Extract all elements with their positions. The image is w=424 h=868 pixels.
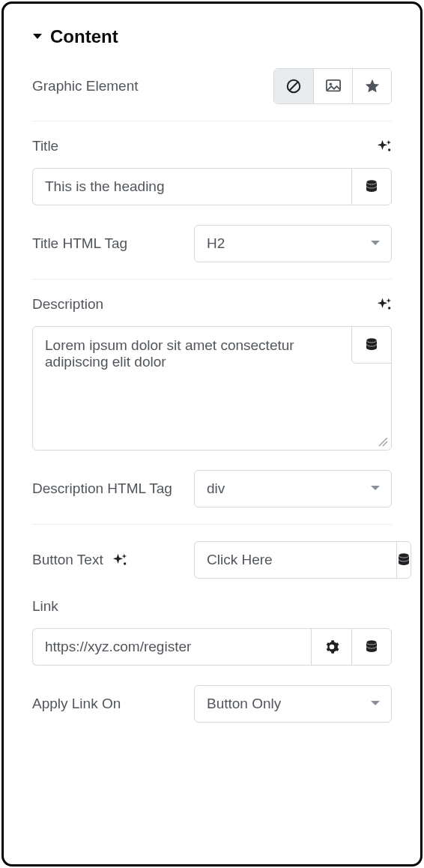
database-icon	[365, 179, 378, 194]
title-input-group	[32, 168, 392, 205]
section-title: Content	[50, 26, 118, 47]
title-row: Title	[4, 138, 420, 154]
sparkle-icon[interactable]	[377, 297, 392, 312]
description-row: Description	[4, 296, 420, 313]
link-label: Link	[32, 598, 58, 615]
database-icon	[365, 639, 378, 654]
title-html-tag-label: Title HTML Tag	[32, 235, 127, 252]
description-textarea[interactable]	[33, 327, 391, 447]
apply-link-on-label: Apply Link On	[32, 696, 121, 712]
image-icon	[325, 79, 342, 94]
link-dynamic-button[interactable]	[351, 628, 392, 666]
description-html-tag-label: Description HTML Tag	[32, 480, 172, 497]
link-input[interactable]	[32, 628, 311, 666]
title-dynamic-button[interactable]	[351, 168, 392, 205]
svg-point-4	[388, 148, 390, 151]
caret-down-icon	[32, 33, 43, 40]
sparkle-icon[interactable]	[377, 139, 392, 154]
content-panel: Content Graphic Element	[1, 1, 423, 867]
description-html-tag-row: Description HTML Tag div	[4, 470, 420, 507]
divider	[32, 279, 392, 280]
title-html-tag-row: Title HTML Tag H2	[4, 225, 420, 262]
database-icon	[365, 337, 378, 352]
star-icon	[364, 78, 381, 94]
chevron-down-icon	[370, 700, 381, 708]
description-dynamic-button[interactable]	[351, 326, 392, 364]
apply-link-on-select[interactable]: Button Only	[194, 685, 392, 723]
database-icon	[397, 552, 411, 567]
button-text-label: Button Text	[32, 552, 103, 568]
svg-point-7	[388, 307, 390, 309]
chevron-down-icon	[370, 485, 381, 492]
graphic-option-image[interactable]	[313, 69, 352, 103]
svg-point-3	[329, 82, 332, 85]
sparkle-icon[interactable]	[112, 552, 127, 567]
svg-point-12	[124, 562, 126, 564]
graphic-element-options	[273, 68, 392, 104]
button-text-dynamic-button[interactable]	[396, 541, 411, 579]
title-input[interactable]	[32, 168, 351, 205]
divider	[32, 524, 392, 525]
title-html-tag-select[interactable]: H2	[194, 225, 392, 262]
graphic-option-none[interactable]	[274, 69, 313, 103]
section-header[interactable]: Content	[4, 22, 420, 68]
apply-link-on-value: Button Only	[207, 696, 281, 712]
description-html-tag-select[interactable]: div	[194, 470, 392, 507]
apply-link-on-row: Apply Link On Button Only	[4, 685, 420, 723]
button-text-row: Button Text	[4, 541, 420, 579]
link-input-group	[32, 628, 392, 666]
ban-icon	[285, 78, 302, 94]
button-text-input-group	[194, 541, 392, 579]
title-label: Title	[32, 138, 58, 154]
title-html-tag-value: H2	[207, 235, 225, 252]
link-settings-button[interactable]	[311, 628, 351, 666]
link-row: Link	[4, 598, 420, 615]
description-label: Description	[32, 296, 103, 313]
chevron-down-icon	[370, 240, 381, 247]
description-textarea-group	[32, 326, 392, 450]
gear-icon	[324, 639, 339, 654]
description-html-tag-value: div	[207, 480, 225, 497]
graphic-element-label: Graphic Element	[32, 78, 139, 94]
button-text-input[interactable]	[194, 541, 396, 579]
svg-line-1	[289, 82, 298, 91]
graphic-element-row: Graphic Element	[4, 68, 420, 104]
divider	[32, 121, 392, 121]
graphic-option-icon[interactable]	[352, 69, 391, 103]
